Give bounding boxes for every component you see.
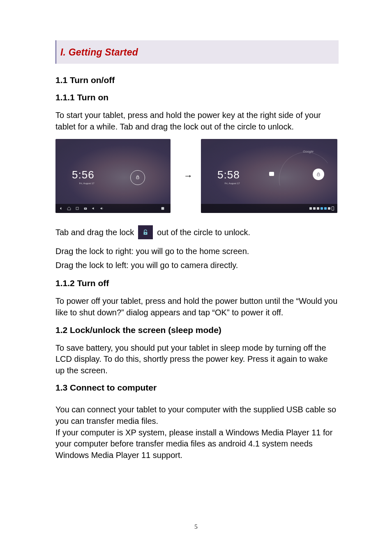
lock-target: [313, 169, 324, 180]
status-dot-icon: [324, 207, 327, 210]
status-dot-icon: [313, 207, 316, 210]
paragraph-turn-on: To start your tablet, press and hold the…: [55, 110, 339, 132]
drag-left-text: Drag the lock to left: you will go to ca…: [55, 260, 339, 271]
paragraph-connect: You can connect your tablet to your comp…: [55, 404, 339, 461]
clock-time: 5:56: [72, 169, 95, 181]
heading-1-1-2: 1.1.2 Turn off: [55, 278, 339, 288]
svg-point-3: [85, 208, 86, 209]
heading-1-2: 1.2 Lock/unlock the screen (sleep mode): [55, 325, 339, 335]
unlock-arc: [270, 143, 337, 213]
unlock-text-before: Tab and drag the lock: [55, 228, 134, 237]
status-dot-icon: [317, 207, 319, 210]
svg-rect-4: [161, 207, 164, 210]
vol-up-icon: [100, 206, 104, 210]
android-statusbar: [201, 204, 337, 213]
status-dot-icon: [309, 207, 312, 210]
screenshot-icon: [83, 206, 88, 210]
notification-icon: [161, 206, 165, 210]
android-navbar: [55, 204, 171, 213]
lock-icon: [135, 174, 140, 181]
lock-ring: [130, 170, 145, 185]
heading-1-1-1: 1.1.1 Turn on: [55, 92, 339, 102]
clock-date: Fri, August 17: [72, 182, 95, 185]
battery-icon: [332, 206, 334, 210]
back-icon: [59, 206, 63, 210]
page: I. Getting Started 1.1 Turn on/off 1.1.1…: [0, 0, 392, 555]
page-number: 5: [0, 523, 392, 530]
screenshot-locked: 5:56 Fri, August 17: [55, 139, 171, 213]
home-icon: [67, 206, 71, 210]
status-text: [166, 207, 167, 210]
camera-icon: [269, 172, 274, 176]
unlock-instruction-line: Tab and drag the lock out of the circle …: [55, 225, 339, 239]
clock-time: 5:58: [217, 169, 240, 181]
drag-right-text: Drag the lock to right: you will go to t…: [55, 246, 339, 257]
svg-rect-0: [136, 177, 139, 179]
status-dot-icon: [321, 207, 323, 210]
section-banner: I. Getting Started: [55, 40, 339, 64]
clock-widget: 5:58 Fri, August 17: [217, 169, 240, 185]
status-dot-icon: [328, 207, 330, 210]
paragraph-sleep-mode: To save battery, you should put your tab…: [55, 342, 339, 377]
paragraph-turn-off: To power off your tablet, press and hold…: [55, 296, 339, 318]
heading-1-3: 1.3 Connect to computer: [55, 383, 339, 393]
recent-icon: [75, 206, 79, 210]
screenshot-unlock-ring: Google 5:58 Fri, August 17: [201, 139, 337, 213]
svg-rect-8: [145, 233, 146, 234]
vol-down-icon: [92, 206, 96, 210]
inline-lock-icon: [138, 225, 153, 239]
clock-date: Fri, August 17: [217, 182, 240, 185]
svg-rect-5: [317, 174, 320, 176]
banner-title: I. Getting Started: [60, 47, 138, 58]
unlock-text-after: out of the circle to unlock.: [157, 228, 250, 237]
arrow-icon: →: [184, 171, 193, 181]
lockscreen-screenshots: 5:56 Fri, August 17: [55, 139, 339, 213]
clock-widget: 5:56 Fri, August 17: [72, 169, 95, 185]
heading-1-1: 1.1 Turn on/off: [55, 75, 339, 85]
status-icons: [309, 206, 334, 210]
svg-rect-1: [76, 207, 78, 210]
